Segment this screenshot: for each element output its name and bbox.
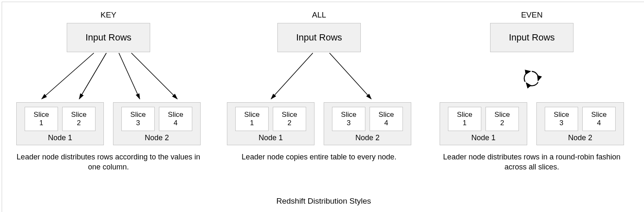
node1-label-key: Node 1 — [21, 133, 99, 142]
node2-label-even: Node 2 — [541, 133, 619, 142]
input-rows-box-even: Input Rows — [490, 23, 574, 52]
slice2-even: Slice2 — [486, 107, 519, 131]
arrows-key — [6, 52, 211, 102]
slice2-all: Slice2 — [273, 107, 306, 131]
diagram-container: KEY Input Rows Slice1 Slice2 — [2, 2, 644, 212]
nodes-row-all: Slice1 Slice2 Node 1 Slice3 Slice4 Node … — [219, 102, 419, 145]
arrows-all-svg — [219, 52, 428, 102]
node2-label-all: Node 2 — [328, 133, 407, 142]
arrows-all — [219, 52, 419, 102]
slice4-even: Slice4 — [582, 107, 616, 131]
svg-line-2 — [119, 53, 140, 99]
arrows-even — [428, 52, 636, 102]
node1-key: Slice1 Slice2 Node 1 — [16, 102, 104, 145]
slice1-key: Slice1 — [25, 107, 58, 131]
caption-even: Leader node distributes rows in a round-… — [428, 152, 636, 172]
node2-label-key: Node 2 — [118, 133, 196, 142]
arrows-key-svg — [6, 52, 215, 102]
panel-key: KEY Input Rows Slice1 Slice2 — [2, 2, 215, 172]
slice1-even: Slice1 — [448, 107, 481, 131]
node1-label-even: Node 1 — [444, 133, 523, 142]
panel-even-title: EVEN — [428, 10, 636, 20]
node1-all: Slice1 Slice2 Node 1 — [227, 102, 314, 145]
panel-all: ALL Input Rows Slice1 Slice2 Node — [215, 2, 423, 162]
panel-key-title: KEY — [6, 10, 211, 20]
node2-all: Slice3 Slice4 Node 2 — [324, 102, 411, 145]
input-rows-box-all: Input Rows — [277, 23, 361, 52]
panel-even: EVEN Input Rows Slice1 — [423, 2, 640, 172]
nodes-row-key: Slice1 Slice2 Node 1 Slice3 Slice4 Node … — [6, 102, 211, 145]
slice3-even: Slice3 — [545, 107, 578, 131]
slice3-key: Slice3 — [121, 107, 155, 131]
slice4-all: Slice4 — [370, 107, 403, 131]
slice3-all: Slice3 — [332, 107, 365, 131]
panel-all-title: ALL — [219, 10, 419, 20]
caption-all: Leader node copies entire table to every… — [219, 152, 419, 162]
node1-label-all: Node 1 — [231, 133, 310, 142]
svg-line-4 — [271, 53, 313, 99]
svg-line-5 — [330, 53, 371, 99]
slice4-key: Slice4 — [159, 107, 192, 131]
slice2-key: Slice2 — [62, 107, 96, 131]
diagram-title: Redshift Distribution Styles — [2, 197, 644, 206]
svg-line-1 — [79, 53, 106, 99]
round-robin-cycle-icon — [521, 68, 542, 89]
svg-line-3 — [131, 53, 177, 99]
node2-even: Slice3 Slice4 Node 2 — [536, 102, 624, 145]
slice1-all: Slice1 — [235, 107, 269, 131]
nodes-row-even: Slice1 Slice2 Node 1 Slice3 Slice4 Node … — [428, 102, 636, 145]
node1-even: Slice1 Slice2 Node 1 — [440, 102, 527, 145]
input-rows-box-key: Input Rows — [67, 23, 150, 52]
caption-key: Leader node distributes rows according t… — [6, 152, 211, 172]
node2-key: Slice3 Slice4 Node 2 — [113, 102, 201, 145]
svg-line-0 — [42, 53, 94, 99]
